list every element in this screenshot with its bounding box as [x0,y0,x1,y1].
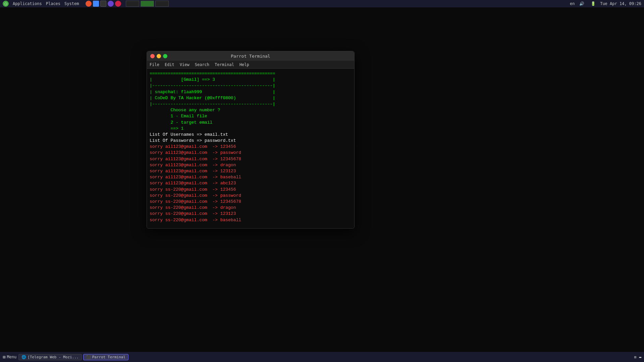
top-menu-system[interactable]: System [64,1,79,6]
terminal-line: Choose any number ? [150,107,352,113]
terminal-line: sorry ss-220@gmail.com -> 12345678 [150,199,352,205]
menu-search[interactable]: Search [195,62,209,67]
terminal-output[interactable]: ========================================… [147,69,354,228]
settings-icon[interactable] [115,1,121,7]
terminal-line: sorry ss-220@gmail.com -> password [150,193,352,199]
quick-launch-icons [86,1,169,7]
terminal-line: 1 - Email file [150,113,352,119]
menu-file[interactable]: File [150,62,159,67]
window-preview-2[interactable] [141,1,154,7]
locale-indicator: en [570,1,575,6]
terminal-line: List Of Usernames => email.txt [150,132,352,138]
top-taskbar: ⬡ Applications Places System en 🔊 🔋 Tue … [0,0,644,7]
datetime-display: Tue Apr 14, 09:26 [600,1,641,6]
menu-terminal[interactable]: Terminal [215,62,234,67]
top-bar-left: ⬡ Applications Places System [3,1,169,7]
terminal-title-label: Parrot Terminal [231,54,270,59]
close-button[interactable] [150,54,155,58]
top-menu-applications[interactable]: Applications [13,1,42,6]
terminal-line: sorry ss-220@gmail.com -> 123123 [150,211,352,217]
terminal-line: sorry ail123@gmail.com -> dragon [150,162,352,168]
window-buttons [150,54,167,58]
audio-icon[interactable]: 🔊 [579,1,584,6]
terminal-line: | snapchat: flaah999 | [150,89,352,95]
maximize-button[interactable] [163,54,167,58]
terminal-line: ==> 1 [150,126,352,132]
taskbar-right: ⊞ ▬ [634,355,641,359]
terminal-menubar: File Edit View Search Terminal Help [147,61,354,69]
window-preview-1[interactable] [126,1,139,7]
terminal-line: sorry ail123@gmail.com -> 12345678 [150,156,352,162]
terminal-line: |---------------------------------------… [150,101,352,107]
terminal-line: sorry ss-220@gmail.com -> dragon [150,205,352,211]
battery-icon: 🔋 [591,1,596,6]
taskbar-window-icon[interactable]: ▬ [639,355,641,359]
firefox-icon[interactable] [86,1,92,7]
taskbar-grid-icon[interactable]: ⊞ [634,355,637,359]
terminal-line: sorry ail123@gmail.com -> 123123 [150,168,352,174]
terminal-line: sorry ail123@gmail.com -> abc123 [150,180,352,186]
parrot-os-icon[interactable]: ⬡ [3,1,9,7]
terminal-line: ========================================… [150,71,352,77]
terminal-line: 2 - target email [150,120,352,126]
terminal-line: sorry ss-220@gmail.com -> 123456 [150,187,352,193]
minimize-button[interactable] [157,54,161,58]
terminal-line: List Of Passwords => password.txt [150,138,352,144]
terminal-titlebar: Parrot Terminal [147,51,354,61]
taskbar-apps: 🌐 [Telegram Web - Mozi... ⬛ Parrot Termi… [18,354,128,360]
bottom-taskbar: ⊞ Menu 🌐 [Telegram Web - Mozi... ⬛ Parro… [0,352,644,362]
taskbar-menu-button[interactable]: ⊞ Menu [3,354,16,360]
terminal-line: sorry ail123@gmail.com -> baseball [150,174,352,180]
window-preview-3[interactable] [155,1,169,7]
menu-view[interactable]: View [180,62,190,67]
menu-edit[interactable]: Edit [165,62,174,67]
terminal-line: sorry ail123@gmail.com -> password [150,150,352,156]
menu-help[interactable]: Help [239,62,249,67]
terminal-line: sorry ss-220@gmail.com -> baseball [150,217,352,223]
top-bar-right: en 🔊 🔋 Tue Apr 14, 09:26 [570,1,641,6]
top-menu-places[interactable]: Places [46,1,60,6]
terminal-line: | CoDeD By TA Hacker (@0xfff0800) | [150,95,352,101]
desktop: Parrot Terminal File Edit View Search Te… [0,7,644,352]
files-icon[interactable] [108,1,114,7]
taskbar-app-telegram[interactable]: 🌐 [Telegram Web - Mozi... [18,354,82,360]
terminal-window: Parrot Terminal File Edit View Search Te… [147,51,355,229]
taskbar-left: ⊞ Menu 🌐 [Telegram Web - Mozi... ⬛ Parro… [3,354,128,360]
terminal-line: | [Gmail] ==> 3 | [150,77,352,83]
taskbar-app-terminal[interactable]: ⬛ Parrot Terminal [83,354,128,360]
browser-icon[interactable] [93,1,99,7]
terminal-line: sorry ail123@gmail.com -> 123456 [150,144,352,150]
terminal-line: |---------------------------------------… [150,83,352,89]
terminal-icon[interactable] [100,1,106,7]
top-bar-icons: ⬡ [3,1,9,7]
